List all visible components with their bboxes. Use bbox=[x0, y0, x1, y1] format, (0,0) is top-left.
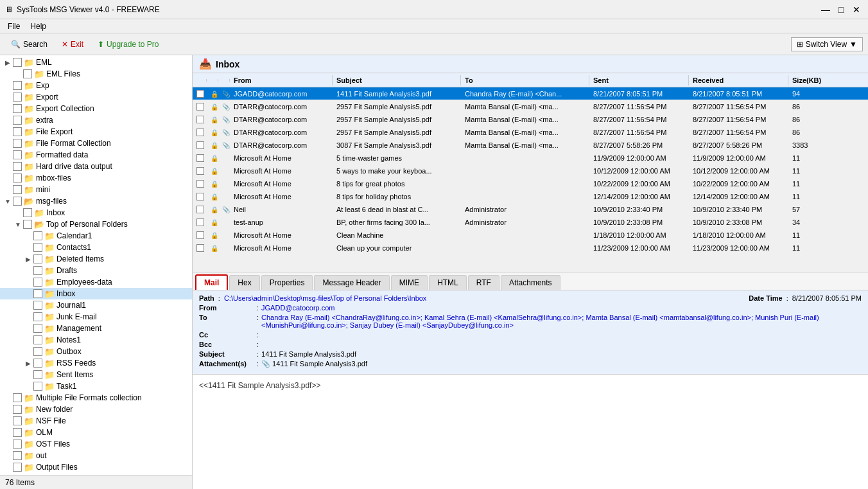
tree-checkbox-drafts[interactable] bbox=[33, 266, 42, 275]
sidebar-item-out[interactable]: 📁out bbox=[0, 450, 192, 461]
sidebar-item-eml[interactable]: ▶📁EML bbox=[0, 57, 192, 68]
tree-checkbox-ost-files[interactable] bbox=[13, 440, 22, 449]
tree-arrow-msg-files[interactable]: ▼ bbox=[3, 198, 13, 205]
tree-checkbox-output-files[interactable] bbox=[13, 463, 22, 472]
sidebar-item-inbox-sub[interactable]: 📁Inbox bbox=[0, 288, 192, 299]
email-row[interactable]: 🔒📎DTARR@catocorp.com2957 Fit Sample Anal… bbox=[193, 113, 868, 126]
sidebar-item-rss-feeds[interactable]: ▶📁RSS Feeds bbox=[0, 357, 192, 369]
email-row[interactable]: 🔒Microsoft At Home5 ways to make your ke… bbox=[193, 164, 868, 177]
sidebar-item-olm[interactable]: 📁OLM bbox=[0, 427, 192, 438]
row-checkbox-12[interactable] bbox=[196, 244, 204, 252]
sidebar-item-export[interactable]: 📁Export bbox=[0, 91, 192, 103]
sidebar-item-mbox-files[interactable]: 📁mbox-files bbox=[0, 172, 192, 184]
maximize-button[interactable]: □ bbox=[835, 3, 847, 16]
email-checkbox-2[interactable] bbox=[193, 115, 207, 124]
email-checkbox-7[interactable] bbox=[193, 179, 207, 188]
tree-checkbox-mbox-files[interactable] bbox=[13, 173, 22, 182]
tree-checkbox-multiple-file[interactable] bbox=[13, 393, 22, 402]
sidebar-item-nsf-file[interactable]: 📁NSF File bbox=[0, 415, 192, 427]
row-checkbox-8[interactable] bbox=[196, 193, 204, 200]
email-row[interactable]: 🔒Microsoft At Home8 tips for holiday pho… bbox=[193, 190, 868, 203]
sidebar-item-export-collection[interactable]: 📁Export Collection bbox=[0, 103, 192, 114]
preview-tab-properties[interactable]: Properties bbox=[261, 275, 313, 290]
sidebar-item-drafts[interactable]: 📁Drafts bbox=[0, 265, 192, 276]
email-row[interactable]: 🔒📎NeilAt least 6 dead in blast at C...Ad… bbox=[193, 203, 868, 216]
sidebar-item-file-format-collection[interactable]: 📁File Format Collection bbox=[0, 138, 192, 149]
sidebar-item-top-personal[interactable]: ▼📂Top of Personal Folders bbox=[0, 218, 192, 230]
tree-checkbox-exp[interactable] bbox=[13, 81, 22, 90]
preview-tab-html[interactable]: HTML bbox=[429, 275, 467, 290]
sidebar-item-employees-data[interactable]: 📁Employees-data bbox=[0, 276, 192, 288]
tree-checkbox-msg-files[interactable] bbox=[13, 197, 22, 206]
email-checkbox-5[interactable] bbox=[193, 154, 207, 163]
tree-checkbox-inbox-sub[interactable] bbox=[33, 289, 42, 298]
col-header-sent[interactable]: Sent bbox=[589, 75, 689, 85]
email-checkbox-6[interactable] bbox=[193, 166, 207, 175]
email-row[interactable]: 🔒Microsoft At Home5 time-waster games11/… bbox=[193, 152, 868, 164]
preview-tab-rtf[interactable]: RTF bbox=[468, 275, 499, 290]
sidebar-item-inbox-main[interactable]: 📁Inbox bbox=[0, 207, 192, 218]
preview-tab-mail[interactable]: Mail bbox=[195, 274, 228, 290]
menu-file[interactable]: File bbox=[3, 21, 25, 32]
close-button[interactable]: ✕ bbox=[850, 3, 863, 16]
tree-checkbox-employees-data[interactable] bbox=[33, 278, 42, 287]
tree-checkbox-notes1[interactable] bbox=[33, 335, 42, 344]
tree-checkbox-eml-files[interactable] bbox=[23, 69, 32, 78]
row-checkbox-11[interactable] bbox=[196, 231, 204, 239]
sidebar-item-journal1[interactable]: 📁Journal1 bbox=[0, 299, 192, 311]
email-row[interactable]: 🔒test-anupBP, other firms facing 300 la.… bbox=[193, 216, 868, 229]
tree-checkbox-rss-feeds[interactable] bbox=[33, 359, 42, 368]
email-checkbox-3[interactable] bbox=[193, 128, 207, 137]
sidebar-item-ost-files[interactable]: 📁OST Files bbox=[0, 438, 192, 450]
row-checkbox-0[interactable] bbox=[196, 90, 204, 98]
sidebar-item-extra[interactable]: 📁extra bbox=[0, 114, 192, 126]
email-checkbox-0[interactable] bbox=[193, 89, 207, 98]
tree-arrow-top-personal[interactable]: ▼ bbox=[13, 221, 23, 228]
email-checkbox-11[interactable] bbox=[193, 231, 207, 240]
tree-checkbox-top-personal[interactable] bbox=[23, 220, 32, 229]
row-checkbox-9[interactable] bbox=[196, 206, 204, 213]
tree-checkbox-file-format-collection[interactable] bbox=[13, 139, 22, 148]
col-header-subject[interactable]: Subject bbox=[333, 75, 461, 85]
col-header-to[interactable]: To bbox=[461, 75, 589, 85]
email-checkbox-12[interactable] bbox=[193, 244, 207, 253]
sidebar-item-outbox[interactable]: 📁Outbox bbox=[0, 346, 192, 357]
menu-help[interactable]: Help bbox=[25, 21, 51, 32]
sidebar-item-calendar1[interactable]: 📁Calendar1 bbox=[0, 230, 192, 242]
tree-checkbox-hard-drive[interactable] bbox=[13, 162, 22, 171]
sidebar-item-multiple-file[interactable]: 📁Multiple File Formats collection bbox=[0, 392, 192, 404]
row-checkbox-4[interactable] bbox=[196, 141, 204, 149]
tree-checkbox-deleted-items[interactable] bbox=[33, 254, 42, 263]
email-row[interactable]: 🔒📎DTARR@catocorp.com2957 Fit Sample Anal… bbox=[193, 100, 868, 113]
tree-checkbox-sent-items[interactable] bbox=[33, 370, 42, 379]
col-header-received[interactable]: Received bbox=[689, 75, 788, 85]
sidebar-item-formatted-data[interactable]: 📁Formatted data bbox=[0, 149, 192, 161]
tree-checkbox-export[interactable] bbox=[13, 93, 22, 102]
upgrade-button[interactable]: ⬆ Upgrade to Pro bbox=[92, 37, 164, 51]
sidebar-item-exp[interactable]: 📁Exp bbox=[0, 80, 192, 91]
tree-checkbox-journal1[interactable] bbox=[33, 301, 42, 310]
sidebar-item-deleted-items[interactable]: ▶📁Deleted Items bbox=[0, 253, 192, 265]
email-checkbox-9[interactable] bbox=[193, 205, 207, 214]
search-button[interactable]: 🔍 Search bbox=[5, 37, 53, 51]
minimize-button[interactable]: — bbox=[819, 3, 832, 16]
email-row[interactable]: 🔒Microsoft At HomeClean up your computer… bbox=[193, 242, 868, 254]
preview-tab-attachments[interactable]: Attachments bbox=[501, 275, 560, 290]
tree-checkbox-calendar1[interactable] bbox=[33, 231, 42, 240]
sidebar-item-new-folder[interactable]: 📁New folder bbox=[0, 404, 192, 415]
email-checkbox-4[interactable] bbox=[193, 141, 207, 150]
sidebar-item-contacts1[interactable]: 📁Contacts1 bbox=[0, 242, 192, 253]
tree-checkbox-new-folder[interactable] bbox=[13, 405, 22, 414]
tree-checkbox-extra[interactable] bbox=[13, 116, 22, 125]
col-header-size[interactable]: Size(KB) bbox=[788, 75, 833, 85]
row-checkbox-2[interactable] bbox=[196, 116, 204, 123]
email-row[interactable]: 🔒📎DTARR@catocorp.com2957 Fit Sample Anal… bbox=[193, 126, 868, 139]
tree-checkbox-file-export[interactable] bbox=[13, 127, 22, 136]
row-checkbox-1[interactable] bbox=[196, 103, 204, 111]
sidebar-item-task1[interactable]: 📁Task1 bbox=[0, 380, 192, 392]
row-checkbox-10[interactable] bbox=[196, 218, 204, 226]
preview-tab-message-header[interactable]: Message Header bbox=[314, 275, 389, 290]
tree-checkbox-inbox-main[interactable] bbox=[23, 208, 32, 217]
email-checkbox-8[interactable] bbox=[193, 192, 207, 201]
email-checkbox-1[interactable] bbox=[193, 102, 207, 111]
